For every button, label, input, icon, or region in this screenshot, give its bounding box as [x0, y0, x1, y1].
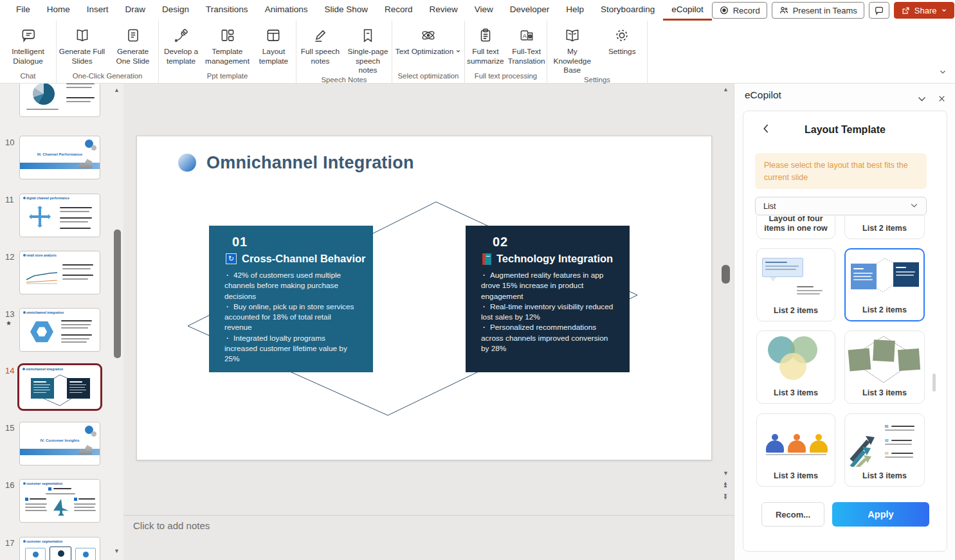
my-knowledge-base-button[interactable]: My Knowledge Base: [547, 26, 597, 75]
slide-thumbnail-9[interactable]: [19, 84, 100, 117]
comment-icon: [874, 5, 884, 15]
thumbnails-scrollbar-thumb[interactable]: [114, 230, 121, 358]
bullet-square: [48, 487, 51, 491]
next-slide-button[interactable]: ▼▼: [723, 494, 728, 500]
decor-chart: [78, 156, 92, 168]
tab-file[interactable]: File: [8, 0, 39, 21]
template-card-list3-venn[interactable]: List 3 items: [756, 330, 835, 404]
template-card-list3-notes[interactable]: List 3 items: [844, 330, 925, 404]
slide-thumbnail-17[interactable]: customer segmentation: [19, 537, 100, 560]
panel-collapse-icon[interactable]: [917, 94, 927, 105]
editor-scroll-down-icon[interactable]: ▼: [723, 470, 729, 476]
button-label: Layout template: [253, 47, 294, 66]
template-card-list2-a[interactable]: List 2 items: [844, 216, 925, 239]
slide-title[interactable]: Omnichannel Integration: [206, 153, 414, 173]
tab-record[interactable]: Record: [376, 0, 421, 21]
record-icon: [719, 5, 729, 15]
open-book-icon: [564, 27, 581, 45]
tab-view[interactable]: View: [466, 0, 502, 21]
generate-one-slide-button[interactable]: Generate One Slide: [107, 26, 158, 71]
plane-graphic: [53, 499, 69, 516]
slide-number-current: 14: [5, 366, 14, 375]
notes-pane[interactable]: Click to add notes: [123, 515, 734, 560]
full-speech-notes-button[interactable]: Full speech notes: [296, 26, 344, 75]
thumbnails-scroll-up-icon[interactable]: ▲: [114, 87, 120, 93]
slide-thumbnail-13[interactable]: omnichannel integration: [19, 308, 100, 352]
slide-thumbnail-10[interactable]: III. Channel Performance: [19, 136, 100, 179]
slide-thumbnail-15[interactable]: IV. Customer Insights: [19, 422, 100, 465]
tab-slide-show[interactable]: Slide Show: [316, 0, 376, 21]
ribbon-group-chat: Intelligent Dialogue Chat: [0, 21, 57, 83]
tab-developer[interactable]: Developer: [502, 0, 558, 21]
tab-review[interactable]: Review: [421, 0, 466, 21]
settings-button[interactable]: Settings: [597, 26, 648, 75]
button-label: Develop a template: [161, 47, 201, 66]
tab-insert[interactable]: Insert: [78, 0, 117, 21]
tab-ecopilot[interactable]: eCopilot: [663, 0, 712, 21]
full-text-summarize-button[interactable]: Full text summarize: [465, 26, 506, 71]
template-card-four-items[interactable]: Layout of four items in one row: [756, 216, 835, 239]
template-card-list2-selected[interactable]: List 2 items: [844, 248, 925, 321]
pie-chart-graphic: [33, 84, 55, 105]
develop-template-button[interactable]: Develop a template: [159, 26, 203, 71]
present-in-teams-button[interactable]: Present in Teams: [772, 2, 864, 19]
tab-design[interactable]: Design: [154, 0, 197, 21]
share-button[interactable]: Share: [894, 2, 954, 19]
tab-animations[interactable]: Animations: [257, 0, 316, 21]
layout-template-button[interactable]: Layout template: [251, 26, 296, 71]
tab-storyboarding[interactable]: Storyboarding: [592, 0, 663, 21]
record-button[interactable]: Record: [712, 2, 767, 19]
tab-transitions[interactable]: Transitions: [197, 0, 257, 21]
tab-home[interactable]: Home: [39, 0, 78, 21]
slide-thumbnail-12[interactable]: retail store analysis: [19, 251, 100, 294]
template-management-button[interactable]: Template management: [203, 26, 251, 71]
single-page-speech-notes-button[interactable]: Single-page speech notes: [344, 26, 392, 75]
template-card-list2-callout[interactable]: List 2 items: [756, 248, 835, 321]
slide-thumbnail-14-selected[interactable]: omnichannel integration: [17, 363, 102, 411]
panel-scrollbar-thumb[interactable]: [932, 374, 936, 392]
notes-placeholder[interactable]: Click to add notes: [133, 520, 210, 531]
slide-thumbnail-panel: ▲ ▼ 10 III. Channel Performance 11 digit…: [0, 84, 123, 560]
editor-scrollbar-thumb[interactable]: [722, 265, 730, 284]
full-text-translation-button[interactable]: A Full-Text Translation: [506, 26, 547, 71]
chevron-down-icon: [910, 202, 918, 211]
tab-draw[interactable]: Draw: [117, 0, 154, 21]
teams-icon: [779, 5, 789, 15]
line-chart-graphic: [25, 263, 59, 285]
slide-number: 11: [5, 195, 14, 204]
previous-slide-button[interactable]: ▲▲: [723, 482, 728, 487]
template-card-list3-people[interactable]: List 3 items: [756, 413, 835, 487]
recommend-button[interactable]: Recom...: [761, 502, 824, 527]
content-box-2[interactable]: 02 Technology Integration Augmented real…: [466, 226, 630, 372]
chevron-down-icon: [455, 48, 461, 54]
thumbnail-title: retail store analysis: [26, 253, 57, 257]
thumbnail-title: omnichannel integration: [26, 367, 63, 371]
slide-thumbnail-16[interactable]: customer segmentation: [19, 479, 100, 523]
callout-preview: [757, 249, 835, 304]
template-card-list3-arrows[interactable]: 01 02 03 List 3 items: [844, 413, 925, 487]
thumbnails-scroll-down-icon[interactable]: ▼: [114, 548, 120, 554]
tab-help[interactable]: Help: [558, 0, 592, 21]
editor-scroll-up-icon[interactable]: ▲: [723, 86, 729, 93]
slide-thumbnail-11[interactable]: digital channel performance: [19, 194, 100, 237]
decor-circle: [91, 145, 96, 150]
intelligent-dialogue-button[interactable]: Intelligent Dialogue: [0, 26, 56, 71]
panels-icon: [219, 27, 236, 45]
apply-button[interactable]: Apply: [832, 502, 929, 527]
ecopilot-panel: eCopilot Layout Template Please select t…: [734, 84, 955, 560]
bookmark-icon: [359, 27, 376, 45]
content-box-1[interactable]: 01 ↻ Cross-Channel Behavior 42% of custo…: [209, 226, 373, 372]
slide-canvas[interactable]: Omnichannel Integration 01 ↻ Cross-Chann…: [136, 136, 712, 460]
text-optimization-button[interactable]: Text Optimization: [392, 26, 464, 71]
generate-full-slides-button[interactable]: Generate Full Slides: [57, 26, 107, 71]
template-label: List 3 items: [759, 388, 832, 399]
arrows-preview: 01 02 03: [845, 414, 924, 469]
collapse-ribbon-icon[interactable]: [938, 68, 947, 79]
button-label: My Knowledge Base: [549, 47, 596, 75]
thumbnail-title: customer segmentation: [26, 482, 62, 485]
slide-number: 12: [5, 252, 14, 262]
panel-close-icon[interactable]: [938, 94, 946, 105]
thumbnail-title: IV. Customer Insights: [20, 438, 100, 442]
comments-button[interactable]: [869, 2, 889, 19]
layout-category-dropdown[interactable]: List: [755, 197, 927, 215]
